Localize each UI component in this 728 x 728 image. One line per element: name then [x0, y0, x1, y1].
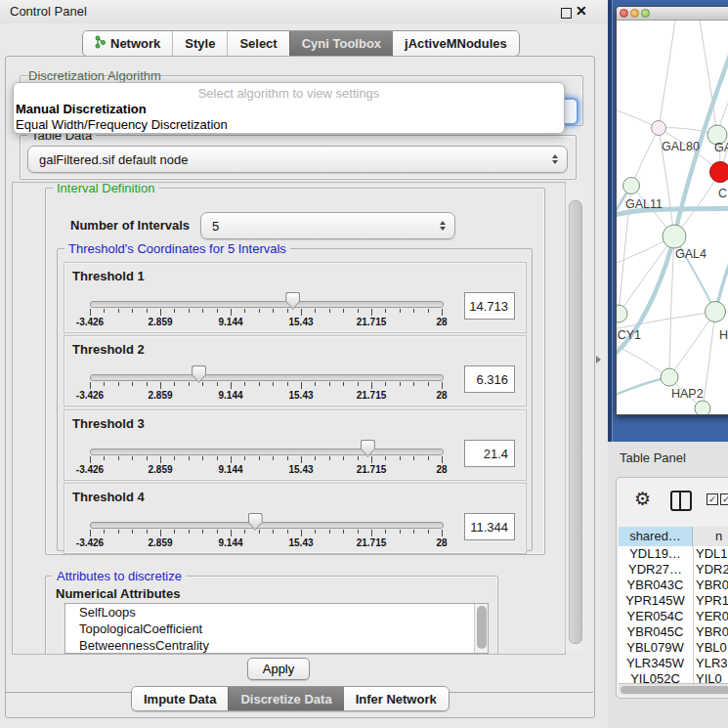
float-window-icon[interactable] — [561, 8, 572, 19]
node-gal4[interactable] — [663, 225, 686, 248]
node-gcy1[interactable] — [617, 305, 627, 322]
tab-style[interactable]: Style — [172, 31, 227, 56]
node-hap2[interactable] — [661, 368, 678, 386]
table-row[interactable]: YDR27…YDR2 — [619, 562, 728, 578]
minor-tick — [189, 382, 190, 386]
tab-network[interactable]: Network — [83, 31, 172, 56]
table-row[interactable]: YER054CYER0 — [619, 609, 728, 624]
threshold-3-slider-track[interactable] — [90, 449, 444, 455]
minor-tick — [259, 530, 260, 534]
node-label-gal4: GAL4 — [675, 247, 707, 261]
table-row[interactable]: YBR045CYBR0 — [619, 624, 728, 640]
panel-vertical-scrollbar[interactable] — [565, 183, 583, 652]
major-tick — [301, 382, 302, 389]
threshold-3-box: Threshold 3-3.4262.8599.14415.4321.71528… — [64, 409, 527, 481]
minor-tick — [273, 309, 274, 313]
threshold-2-value-field[interactable]: 6.316 — [464, 365, 515, 393]
table-data-combobox[interactable]: galFiltered.sif default node — [27, 146, 568, 173]
table-row[interactable]: YLR345WYLR3 — [619, 656, 728, 671]
column-header-name[interactable]: n — [693, 527, 728, 546]
tab-jactivemnodules[interactable]: jActiveMNodules — [393, 31, 519, 56]
number-of-intervals-combobox[interactable]: 5 — [200, 212, 455, 239]
major-tick — [160, 456, 161, 463]
minor-tick — [315, 309, 316, 313]
column-header-shared-name[interactable]: shared… — [619, 527, 693, 546]
minor-tick — [147, 530, 148, 534]
minor-tick — [358, 309, 359, 313]
cell-name: YER0 — [696, 609, 728, 624]
major-tick — [231, 456, 232, 463]
threshold-1-slider-track[interactable] — [90, 301, 444, 308]
node-gal11[interactable] — [623, 178, 640, 194]
attributes-list-scrollbar[interactable] — [474, 604, 488, 653]
threshold-1-value-field[interactable]: 14.713 — [464, 292, 515, 320]
checkbox-icon[interactable]: ✓ — [707, 493, 718, 505]
minor-tick — [244, 309, 245, 313]
control-panel-titlebar: Control Panel ✕ — [0, 0, 608, 23]
network-edge[interactable] — [659, 21, 675, 128]
algorithm-option-manual[interactable]: Manual Discretization — [16, 102, 147, 116]
table-row[interactable]: YBR043CYBR0 — [619, 578, 728, 593]
node-selected-red[interactable] — [710, 162, 728, 183]
cell-name: YBL0 — [696, 640, 727, 656]
checkbox-icon[interactable]: ✓ — [720, 493, 728, 505]
bottom-tab-infer-network[interactable]: Infer Network — [344, 687, 449, 710]
panel-scrollbar-thumb[interactable] — [569, 200, 582, 644]
table-row[interactable]: YIL052CYIL0 — [619, 671, 728, 683]
node-table[interactable]: shared… n YDL19…YDL1YDR27…YDR2YBR043CYBR… — [619, 527, 728, 683]
minor-tick — [147, 382, 148, 386]
zoom-traffic-light[interactable] — [641, 9, 650, 18]
tab-select[interactable]: Select — [227, 31, 288, 56]
network-window[interactable]: GAL80GACGAL11GAL4GCY1HHAP2 — [616, 6, 728, 415]
bottom-tab-impute-data[interactable]: Impute Data — [132, 687, 228, 710]
network-edge[interactable] — [617, 343, 669, 377]
network-canvas[interactable]: GAL80GACGAL11GAL4GCY1HHAP2 — [617, 21, 728, 414]
table-horizontal-scrollbar[interactable] — [619, 683, 728, 695]
columns-icon[interactable] — [670, 491, 692, 511]
bottom-tab-discretize-data[interactable]: Discretize Data — [228, 687, 343, 710]
tick-label: 21.715 — [357, 464, 387, 475]
threshold-4-value-field[interactable]: 11.344 — [464, 513, 515, 540]
numerical-attributes-list[interactable]: SelfLoopsTopologicalCoefficientBetweenne… — [64, 603, 489, 654]
tick-label: 2.859 — [148, 390, 172, 401]
algorithm-option-equal-width[interactable]: Equal Width/Frequency Discretization — [16, 117, 228, 132]
attribute-item[interactable]: TopologicalCoefficient — [65, 621, 488, 637]
node-gal80[interactable] — [652, 121, 666, 136]
minimize-traffic-light[interactable] — [630, 9, 639, 18]
close-traffic-light[interactable] — [620, 9, 628, 18]
tick-label: -3.426 — [76, 317, 104, 327]
cell-shared-name: YDL19… — [619, 546, 692, 562]
tick-label: 21.715 — [357, 537, 387, 548]
network-edge[interactable] — [617, 312, 715, 329]
network-edge[interactable] — [619, 236, 674, 314]
attribute-item[interactable]: BetweennessCentrality — [65, 637, 488, 654]
apply-button[interactable]: Apply — [247, 658, 310, 680]
tick-label: 28 — [436, 537, 447, 548]
cell-shared-name: YBR043C — [619, 578, 692, 593]
gear-icon[interactable]: ⚙ — [634, 490, 651, 508]
node-h[interactable] — [706, 302, 726, 322]
attribute-item[interactable]: SelfLoops — [65, 604, 488, 621]
splitter-arrow-icon[interactable] — [596, 356, 601, 364]
table-scrollbar-thumb[interactable] — [621, 686, 728, 694]
attributes-group: Attributes to discretize Numerical Attri… — [45, 576, 498, 655]
number-of-intervals-value: 5 — [201, 219, 219, 234]
table-row[interactable]: YBL079WYBL0 — [619, 640, 728, 656]
network-edge[interactable] — [703, 312, 715, 408]
threshold-3-value-field[interactable]: 21.4 — [464, 440, 515, 467]
table-row[interactable]: YPR145WYPR1 — [619, 593, 728, 609]
minor-tick — [118, 456, 119, 460]
minor-tick — [174, 530, 175, 534]
network-edge[interactable] — [631, 128, 659, 186]
threshold-4-slider-track[interactable] — [90, 522, 444, 529]
threshold-2-slider-track[interactable] — [90, 374, 444, 381]
major-tick — [442, 456, 443, 463]
close-panel-icon[interactable]: ✕ — [576, 3, 587, 19]
algorithm-dropdown-popup: Select algorithm to view settings Manual… — [13, 82, 565, 134]
tab-cyni-toolbox[interactable]: Cyni Toolbox — [289, 31, 393, 56]
attributes-scrollbar-thumb[interactable] — [477, 606, 487, 649]
table-row[interactable]: YDL19…YDL1 — [619, 546, 728, 562]
minor-tick — [385, 382, 386, 386]
network-window-titlebar[interactable] — [617, 7, 728, 21]
node-bottom[interactable] — [695, 401, 710, 414]
